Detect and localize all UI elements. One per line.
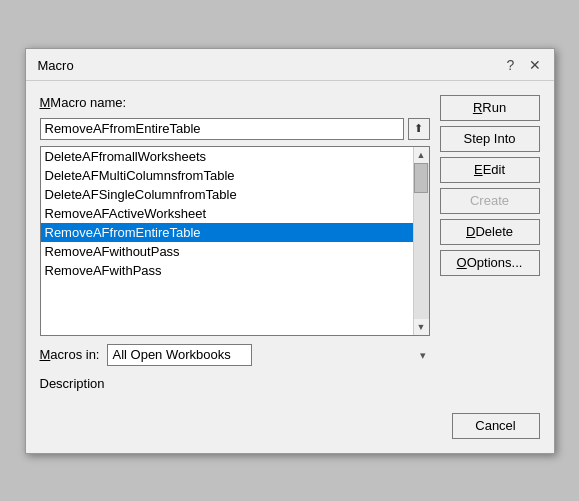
dialog-action-row: Cancel xyxy=(26,405,554,453)
macros-in-select[interactable]: All Open Workbooks xyxy=(107,344,252,366)
close-button[interactable]: ✕ xyxy=(526,56,544,74)
upload-button[interactable]: ⬆ xyxy=(408,118,430,140)
macro-name-label: MMacro name: xyxy=(40,95,430,110)
left-panel: MMacro name: ⬆ DeleteAFfromallWorksheets… xyxy=(40,95,430,391)
macro-name-row: ⬆ xyxy=(40,118,430,140)
title-controls: ? ✕ xyxy=(502,56,544,74)
dialog-title: Macro xyxy=(38,58,74,73)
select-wrapper: All Open Workbooks xyxy=(107,344,429,366)
step-into-button[interactable]: Step Into xyxy=(440,126,540,152)
list-item[interactable]: DeleteAFfromallWorksheets xyxy=(41,147,413,166)
scroll-track xyxy=(414,163,429,319)
scroll-thumb[interactable] xyxy=(414,163,428,193)
list-item[interactable]: RemoveAFActiveWorksheet xyxy=(41,204,413,223)
macros-in-row: Macros in: All Open Workbooks xyxy=(40,344,430,366)
macro-dialog: Macro ? ✕ MMacro name: ⬆ DeleteAFfromall… xyxy=(25,48,555,454)
right-panel: RRun Step Into EEdit Create DDelete OOpt… xyxy=(440,95,540,391)
create-button[interactable]: Create xyxy=(440,188,540,214)
cancel-button[interactable]: Cancel xyxy=(452,413,540,439)
delete-button[interactable]: DDelete xyxy=(440,219,540,245)
scroll-up-arrow[interactable]: ▲ xyxy=(413,147,429,163)
description-label: Description xyxy=(40,376,430,391)
help-button[interactable]: ? xyxy=(502,56,520,74)
edit-button[interactable]: EEdit xyxy=(440,157,540,183)
run-button[interactable]: RRun xyxy=(440,95,540,121)
options-button[interactable]: OOptions... xyxy=(440,250,540,276)
macro-list: DeleteAFfromallWorksheets DeleteAFMultiC… xyxy=(41,147,413,335)
list-item[interactable]: DeleteAFMultiColumnsfromTable xyxy=(41,166,413,185)
title-bar: Macro ? ✕ xyxy=(26,49,554,81)
macro-list-container: DeleteAFfromallWorksheets DeleteAFMultiC… xyxy=(40,146,430,336)
dialog-body: MMacro name: ⬆ DeleteAFfromallWorksheets… xyxy=(26,81,554,405)
list-item-selected[interactable]: RemoveAFfromEntireTable xyxy=(41,223,413,242)
list-item[interactable]: DeleteAFSingleColumnfromTable xyxy=(41,185,413,204)
scrollbar: ▲ ▼ xyxy=(413,147,429,335)
macros-in-label: Macros in: xyxy=(40,347,100,362)
macro-name-input[interactable] xyxy=(40,118,404,140)
list-item[interactable]: RemoveAFwithoutPass xyxy=(41,242,413,261)
list-item[interactable]: RemoveAFwithPass xyxy=(41,261,413,280)
scroll-down-arrow[interactable]: ▼ xyxy=(413,319,429,335)
